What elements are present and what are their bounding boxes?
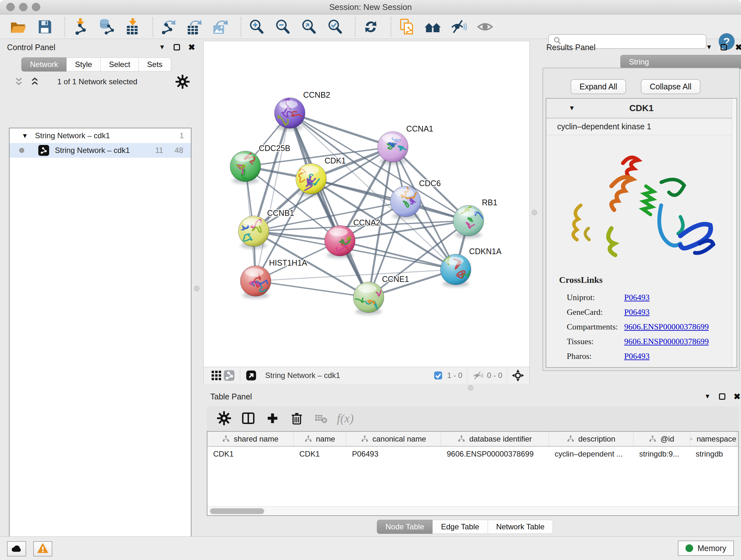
tab-style[interactable]: Style (66, 57, 100, 71)
panel-float-icon[interactable] (174, 44, 180, 51)
table-header-row: shared namenamecanonical namedatabase id… (207, 432, 738, 447)
network-canvas[interactable]: CCNB2CCNA1CDC25BCDK1CDC6RB1CCNB1CCNA2CDK… (203, 41, 530, 384)
panel-menu-icon[interactable]: ▼ (706, 44, 712, 51)
panel-float-icon[interactable] (719, 393, 725, 400)
delete-table-icon[interactable] (313, 410, 329, 427)
table-options-gear-icon[interactable] (216, 410, 232, 427)
zoom-out-button[interactable] (274, 18, 292, 36)
crosslink-link[interactable]: 9606.ENSP00000378699 (624, 322, 709, 332)
column-header-canonical-name[interactable]: canonical name (346, 432, 441, 446)
column-header-shared-name[interactable]: shared name (207, 432, 293, 446)
network-graph[interactable]: CCNB2CCNA1CDC25BCDK1CDC6RB1CCNB1CCNA2CDK… (204, 41, 529, 367)
add-column-icon[interactable] (264, 410, 281, 427)
collapse-all-button[interactable]: Collapse All (641, 79, 700, 94)
refresh-layout-button[interactable] (362, 18, 380, 36)
network-row[interactable]: String Network – cdk1 11 48 (10, 143, 191, 158)
delete-icon[interactable] (288, 410, 305, 427)
control-panel-controls: ▼ ✖ (159, 44, 195, 51)
memory-button[interactable]: Memory (678, 541, 734, 556)
crosslink-link[interactable]: P06493 (624, 307, 650, 317)
tab-string[interactable]: String (620, 55, 741, 69)
tab-network-table[interactable]: Network Table (488, 520, 553, 534)
open-file-button[interactable] (10, 18, 27, 36)
expand-all-button[interactable]: Expand All (570, 79, 626, 94)
network-options-gear-icon[interactable] (176, 75, 190, 90)
right-splitter-handle[interactable] (532, 210, 537, 215)
export-network-button[interactable] (159, 18, 178, 36)
hide-toggle-button[interactable] (450, 18, 468, 36)
crosslinks-title: CrossLinks (559, 275, 603, 285)
preview-eye-button[interactable] (476, 18, 494, 36)
left-splitter-handle[interactable] (194, 286, 199, 291)
column-label: @id (660, 435, 674, 443)
hidden-count: 0 - 0 (487, 371, 502, 380)
panel-menu-icon[interactable]: ▼ (159, 44, 165, 51)
toolbar-separator (241, 17, 241, 37)
node-label-CDC6: CDC6 (419, 179, 441, 188)
panel-float-icon[interactable] (721, 44, 727, 51)
panel-close-icon[interactable]: ✖ (734, 393, 741, 400)
string-share-icon[interactable] (223, 369, 235, 382)
node-label-HIST1H1A: HIST1H1A (269, 258, 307, 267)
import-network-button[interactable] (71, 18, 89, 36)
node-label-CCNB1: CCNB1 (267, 208, 294, 217)
panel-close-icon[interactable]: ✖ (188, 44, 195, 51)
column-header--id[interactable]: @id (633, 432, 690, 446)
table-hscrollbar[interactable] (207, 506, 738, 515)
tab-select[interactable]: Select (100, 57, 139, 71)
split-columns-icon[interactable] (240, 410, 257, 427)
tab-sets[interactable]: Sets (138, 57, 171, 71)
table-row[interactable]: CDK1CDK1P064939606.ENSP00000378699cyclin… (207, 447, 738, 461)
export-table-button[interactable] (186, 18, 204, 36)
function-builder-icon[interactable]: f(x) (337, 410, 354, 427)
table-panel-tabs: Node TableEdge TableNetwork Table (377, 520, 553, 534)
table-cell: CDK1 (293, 447, 346, 461)
warning-status-button[interactable] (33, 541, 52, 557)
table-cell: stringdb:9... (633, 447, 690, 461)
copy-view-button[interactable] (398, 18, 415, 36)
crosslink-link[interactable]: 9606.ENSP00000378699 (624, 337, 709, 347)
column-header-namespace[interactable]: namespace (690, 432, 737, 446)
import-database-button[interactable] (98, 18, 116, 36)
import-table-button[interactable] (124, 18, 142, 36)
zoom-in-button[interactable] (248, 18, 266, 36)
hidden-eye-icon[interactable] (472, 369, 484, 382)
results-scrollbar[interactable] (732, 99, 737, 367)
grid-view-icon[interactable] (210, 369, 223, 382)
tab-node-table[interactable]: Node Table (377, 520, 433, 534)
collection-label: String Network – cdk1 (35, 131, 110, 140)
birdseye-crosshair-icon[interactable] (512, 369, 524, 382)
cdk1-section-header[interactable]: ▼ CDK1 (546, 99, 737, 118)
panel-close-icon[interactable]: ✖ (735, 44, 741, 51)
panel-menu-icon[interactable]: ▼ (704, 393, 711, 400)
tab-edge-table[interactable]: Edge Table (432, 520, 488, 534)
bottom-splitter-handle[interactable] (468, 385, 473, 390)
network-edge-count: 48 (175, 146, 183, 155)
column-label: database identifier (469, 435, 532, 443)
results-panel-controls: ▼ ✖ (706, 44, 741, 51)
network-status-dot (19, 148, 24, 153)
zoom-selected-button[interactable] (326, 18, 344, 36)
toolbar-separator (355, 17, 355, 37)
crosslink-link[interactable]: P06493 (624, 352, 650, 361)
network-collection-row[interactable]: ▼ String Network – cdk1 1 (10, 128, 191, 143)
crosslink-label: GeneCard: (546, 307, 606, 317)
column-label: description (578, 435, 615, 443)
table-hscroll-thumb[interactable] (210, 508, 264, 514)
column-header-database-identifier[interactable]: database identifier (441, 432, 549, 446)
column-header-name[interactable]: name (293, 432, 346, 446)
home-layout-button[interactable] (424, 18, 442, 36)
column-header-description[interactable]: description (549, 432, 633, 446)
export-image-button[interactable] (212, 18, 230, 36)
table-body: CDK1CDK1P064939606.ENSP00000378699cyclin… (207, 447, 738, 461)
zoom-fit-button[interactable] (300, 18, 318, 36)
column-label: name (316, 435, 335, 443)
window-title: Session: New Session (0, 2, 741, 12)
collection-expand-icon[interactable]: ▼ (22, 132, 28, 139)
selected-checkbox-icon[interactable] (432, 369, 445, 382)
crosslink-link[interactable]: P06493 (624, 293, 650, 302)
open-in-new-icon[interactable] (245, 369, 258, 382)
tab-network[interactable]: Network (21, 57, 67, 71)
cloud-status-button[interactable] (7, 541, 26, 557)
save-session-button[interactable] (36, 18, 54, 36)
